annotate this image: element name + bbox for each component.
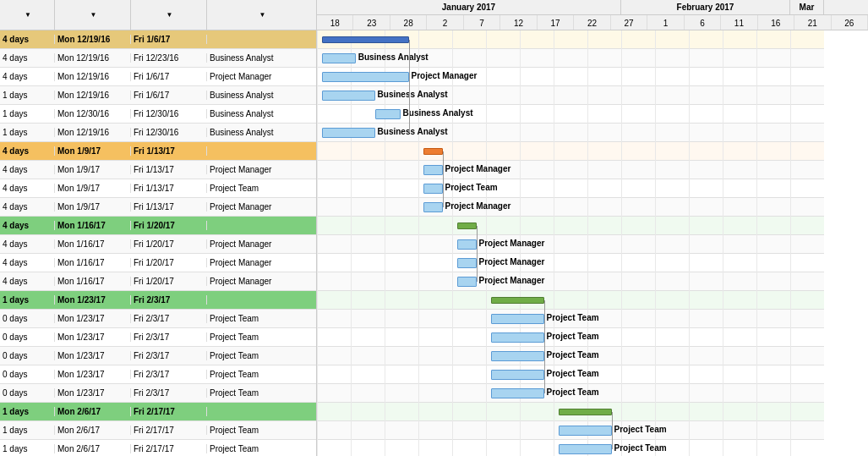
- cell-resource: Business Analyst: [207, 91, 316, 100]
- cell-finish: Fri 1/13/17: [131, 165, 207, 174]
- gantt-row: [317, 291, 824, 310]
- week-label: 16: [758, 15, 794, 30]
- month-label: Mar: [790, 0, 824, 14]
- cell-start: Mon 12/19/16: [55, 35, 131, 44]
- header-resource[interactable]: ▼: [207, 0, 316, 30]
- cell-duration: 0 days: [0, 370, 55, 379]
- gantt-row: [317, 235, 824, 254]
- task-row[interactable]: 1 days Mon 12/19/16 Fri 1/6/17 Business …: [0, 86, 316, 105]
- gantt-row: [317, 440, 824, 456]
- task-row[interactable]: 4 days Mon 1/16/17 Fri 1/20/17 Project M…: [0, 272, 316, 291]
- cell-start: Mon 2/6/17: [55, 444, 131, 453]
- cell-resource: Project Team: [207, 370, 316, 379]
- week-label: 18: [317, 15, 353, 30]
- task-row[interactable]: 1 days Mon 2/6/17 Fri 2/17/17 Project Te…: [0, 421, 316, 440]
- cell-start: Mon 1/9/17: [55, 202, 131, 212]
- week-label: 2: [427, 15, 463, 30]
- gantt-row: [317, 217, 824, 235]
- task-row[interactable]: 1 days Mon 12/19/16 Fri 12/30/16 Busines…: [0, 124, 316, 142]
- task-rows: 4 days Mon 12/19/16 Fri 1/6/17 4 days Mo…: [0, 30, 316, 456]
- cell-duration: 1 days: [0, 426, 55, 435]
- header-start[interactable]: ▼: [55, 0, 131, 30]
- cell-finish: Fri 2/3/17: [131, 351, 207, 360]
- task-row[interactable]: 1 days Mon 12/30/16 Fri 12/30/16 Busines…: [0, 105, 316, 124]
- cell-duration: 0 days: [0, 332, 55, 342]
- cell-start: Mon 1/23/17: [55, 388, 131, 398]
- cell-resource: Project Manager: [207, 202, 316, 212]
- gantt-row: [317, 86, 824, 105]
- gantt-row: [317, 328, 824, 347]
- task-row[interactable]: 4 days Mon 12/19/16 Fri 1/6/17: [0, 30, 316, 49]
- gantt-row: [317, 49, 824, 68]
- task-row[interactable]: 4 days Mon 1/16/17 Fri 1/20/17 Project M…: [0, 254, 316, 272]
- gantt-row: [317, 179, 824, 198]
- header-finish[interactable]: ▼: [131, 0, 207, 30]
- cell-start: Mon 2/6/17: [55, 407, 131, 416]
- task-row[interactable]: 0 days Mon 1/23/17 Fri 2/3/17 Project Te…: [0, 328, 316, 347]
- right-panel: January 2017February 2017Mar182328271217…: [317, 0, 868, 456]
- cell-resource: Project Manager: [207, 72, 316, 81]
- cell-start: Mon 12/19/16: [55, 53, 131, 63]
- task-row[interactable]: 4 days Mon 1/16/17 Fri 1/20/17 Project M…: [0, 235, 316, 254]
- week-label: 22: [574, 15, 610, 30]
- cell-start: Mon 1/9/17: [55, 165, 131, 174]
- task-row[interactable]: 0 days Mon 1/23/17 Fri 2/3/17 Project Te…: [0, 384, 316, 403]
- gantt-row: [317, 124, 824, 142]
- week-label: 12: [500, 15, 537, 30]
- cell-finish: Fri 2/3/17: [131, 388, 207, 398]
- cell-duration: 4 days: [0, 239, 55, 249]
- task-row[interactable]: 1 days Mon 1/23/17 Fri 2/3/17: [0, 291, 316, 310]
- gantt-row: [317, 161, 824, 179]
- cell-finish: Fri 2/17/17: [131, 407, 207, 416]
- task-row[interactable]: 4 days Mon 1/9/17 Fri 1/13/17 Project Ma…: [0, 161, 316, 179]
- week-label: 17: [538, 15, 574, 30]
- task-row[interactable]: 4 days Mon 1/9/17 Fri 1/13/17 Project Ma…: [0, 198, 316, 217]
- cell-resource: Business Analyst: [207, 53, 316, 63]
- month-label: February 2017: [621, 0, 790, 14]
- cell-duration: 4 days: [0, 258, 55, 267]
- cell-duration: 0 days: [0, 388, 55, 398]
- task-row[interactable]: 1 days Mon 2/6/17 Fri 2/17/17: [0, 403, 316, 421]
- cell-finish: Fri 1/6/17: [131, 35, 207, 44]
- cell-resource: Project Team: [207, 351, 316, 360]
- cell-start: Mon 2/6/17: [55, 426, 131, 435]
- gantt-row: [317, 403, 824, 421]
- cell-start: Mon 1/9/17: [55, 184, 131, 193]
- task-row[interactable]: 0 days Mon 1/23/17 Fri 2/3/17 Project Te…: [0, 310, 316, 328]
- task-row[interactable]: 4 days Mon 1/9/17 Fri 1/13/17: [0, 142, 316, 161]
- cell-finish: Fri 2/3/17: [131, 370, 207, 379]
- gantt-row: [317, 254, 824, 272]
- cell-finish: Fri 2/17/17: [131, 444, 207, 453]
- cell-resource: Business Analyst: [207, 128, 316, 137]
- cell-duration: 4 days: [0, 72, 55, 81]
- gantt-row: [317, 68, 824, 86]
- cell-resource: Project Team: [207, 388, 316, 398]
- week-label: 7: [464, 15, 500, 30]
- task-row[interactable]: 1 days Mon 2/6/17 Fri 2/17/17 Project Te…: [0, 440, 316, 456]
- cell-duration: 1 days: [0, 295, 55, 305]
- week-label: 23: [353, 15, 390, 30]
- gantt-body: Business AnalystProject ManagerBusiness …: [317, 30, 868, 456]
- header-duration[interactable]: ▼: [0, 0, 55, 30]
- cell-finish: Fri 1/20/17: [131, 258, 207, 267]
- week-label: 6: [685, 15, 721, 30]
- cell-duration: 4 days: [0, 53, 55, 63]
- week-label: 1: [647, 15, 684, 30]
- finish-sort-icon: ▼: [167, 11, 173, 19]
- cell-duration: 0 days: [0, 351, 55, 360]
- cell-duration: 4 days: [0, 146, 55, 156]
- task-row[interactable]: 4 days Mon 12/19/16 Fri 12/23/16 Busines…: [0, 49, 316, 68]
- task-row[interactable]: 4 days Mon 1/16/17 Fri 1/20/17: [0, 217, 316, 235]
- cell-duration: 1 days: [0, 444, 55, 453]
- cell-duration: 0 days: [0, 314, 55, 323]
- cell-start: Mon 1/23/17: [55, 295, 131, 305]
- task-row[interactable]: 4 days Mon 12/19/16 Fri 1/6/17 Project M…: [0, 68, 316, 86]
- gantt-row: [317, 365, 824, 384]
- cell-resource: Project Manager: [207, 277, 316, 286]
- task-row[interactable]: 0 days Mon 1/23/17 Fri 2/3/17 Project Te…: [0, 365, 316, 384]
- gantt-row: [317, 310, 824, 328]
- cell-resource: Project Manager: [207, 258, 316, 267]
- task-row[interactable]: 4 days Mon 1/9/17 Fri 1/13/17 Project Te…: [0, 179, 316, 198]
- cell-finish: Fri 12/23/16: [131, 53, 207, 63]
- task-row[interactable]: 0 days Mon 1/23/17 Fri 2/3/17 Project Te…: [0, 347, 316, 365]
